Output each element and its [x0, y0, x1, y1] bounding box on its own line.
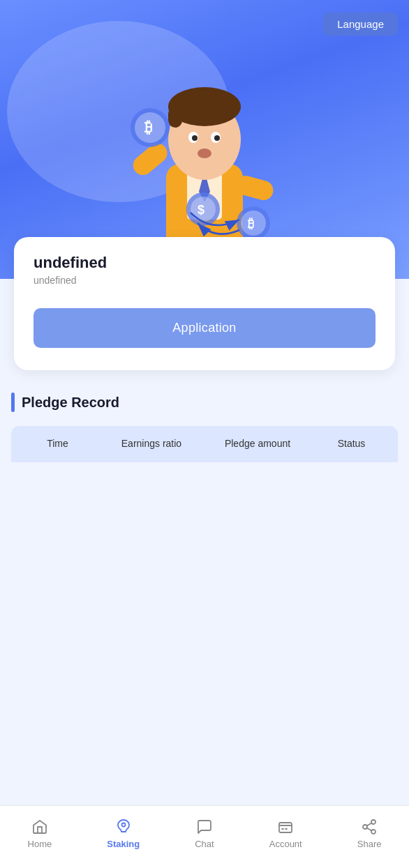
nav-home[interactable]: Home	[17, 812, 64, 855]
pledge-table: Time Earnings ratio Pledge amount Status	[11, 426, 398, 546]
svg-line-30	[367, 828, 372, 831]
nav-account-label: Account	[269, 839, 302, 849]
col-header-earnings: Earnings ratio	[98, 437, 204, 451]
home-icon	[31, 818, 49, 836]
svg-rect-6	[168, 107, 182, 128]
col-header-pledge: Pledge amount	[204, 437, 311, 451]
account-icon	[276, 818, 295, 836]
card-title: undefined	[34, 254, 375, 272]
language-button[interactable]: Language	[323, 13, 398, 36]
staking-icon	[114, 818, 133, 836]
nav-staking[interactable]: Staking	[96, 812, 151, 855]
svg-rect-26	[279, 823, 292, 832]
svg-point-11	[198, 149, 211, 158]
info-card: undefined undefined Application	[14, 237, 395, 370]
svg-text:₿: ₿	[144, 119, 152, 136]
chat-icon	[195, 818, 214, 836]
nav-share[interactable]: Share	[346, 812, 393, 855]
svg-point-10	[214, 135, 220, 141]
table-header-row: Time Earnings ratio Pledge amount Status	[11, 426, 398, 462]
nav-account[interactable]: Account	[258, 812, 313, 855]
nav-share-label: Share	[357, 839, 382, 849]
nav-staking-label: Staking	[107, 839, 140, 849]
application-button[interactable]: Application	[34, 308, 375, 348]
section-bar-decoration	[11, 393, 15, 412]
character-svg: ₿ $ ₿	[100, 24, 309, 241]
character-illustration: ₿ $ ₿	[86, 14, 323, 251]
svg-text:$: $	[198, 203, 204, 217]
main-content: Language	[0, 0, 409, 627]
nav-home-label: Home	[28, 839, 52, 849]
svg-point-25	[121, 823, 125, 827]
card-subtitle: undefined	[34, 275, 375, 286]
pledge-record-section: Pledge Record Time Earnings ratio Pledge…	[11, 393, 398, 546]
bottom-navigation: Home Staking Chat Account	[0, 805, 409, 868]
section-header: Pledge Record	[11, 393, 398, 412]
share-icon	[360, 818, 378, 836]
nav-chat-label: Chat	[195, 839, 214, 849]
nav-chat[interactable]: Chat	[184, 812, 225, 855]
table-body	[11, 462, 398, 546]
svg-point-9	[192, 135, 198, 141]
section-title: Pledge Record	[22, 395, 119, 411]
svg-text:₿: ₿	[248, 217, 254, 231]
svg-line-31	[367, 823, 372, 826]
col-header-time: Time	[17, 437, 98, 451]
col-header-status: Status	[311, 437, 392, 451]
